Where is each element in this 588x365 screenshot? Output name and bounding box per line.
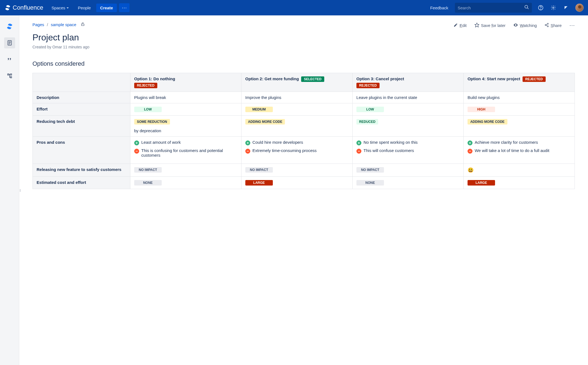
techdebt-badge: ADDING MORE CODE: [245, 119, 285, 125]
feedback-link[interactable]: Feedback: [426, 5, 453, 10]
techdebt-badge: REDUCED: [356, 119, 378, 125]
save-later-action[interactable]: Save for later: [474, 23, 505, 28]
user-avatar[interactable]: [575, 4, 584, 12]
cost-badge: LARGE: [245, 180, 273, 186]
table-corner: [33, 73, 130, 92]
search-box[interactable]: [455, 3, 532, 13]
notifications-icon[interactable]: [562, 4, 570, 12]
watching-action[interactable]: Watching: [513, 23, 537, 28]
sidebar-confluence-icon[interactable]: [4, 21, 15, 32]
confluence-icon: [4, 4, 11, 11]
nav-spaces[interactable]: Spaces: [48, 4, 72, 12]
svg-point-15: [545, 24, 546, 26]
impact-badge: NO IMPACT: [134, 167, 162, 173]
status-badge: SELECTED: [301, 76, 324, 82]
minus-icon: −: [356, 149, 361, 154]
page-title: Project plan: [32, 32, 575, 43]
options-table: Option 1: Do nothing REJECTED Option 2: …: [32, 73, 575, 189]
svg-line-17: [546, 24, 548, 25]
create-more-button[interactable]: ⋯: [119, 3, 130, 12]
effort-badge: MEDIUM: [245, 107, 273, 112]
option-2-header: Option 2: Get more funding SELECTED: [241, 73, 352, 92]
sidebar-pages-icon[interactable]: [4, 37, 15, 48]
cost-badge: NONE: [356, 180, 384, 186]
nav-people[interactable]: People: [75, 4, 94, 12]
techdebt-badge: SOME REDUCTION: [134, 119, 170, 125]
share-icon: [545, 23, 549, 28]
share-action[interactable]: Share: [545, 23, 562, 28]
svg-rect-10: [10, 74, 12, 75]
svg-rect-9: [7, 74, 9, 75]
effort-badge: HIGH: [468, 107, 495, 112]
row-proscons: Pros and cons +Least amount of work −Thi…: [33, 137, 575, 164]
pencil-icon: [454, 23, 458, 28]
product-name: Confluence: [13, 4, 43, 11]
edit-action[interactable]: Edit: [454, 23, 467, 28]
sidebar-quote-icon[interactable]: [4, 54, 15, 65]
techdebt-badge: ADDING MORE CODE: [468, 119, 507, 125]
option-1-header: Option 1: Do nothing REJECTED: [130, 73, 241, 92]
breadcrumb-space[interactable]: sample space: [51, 22, 76, 27]
impact-badge: NO IMPACT: [356, 167, 384, 173]
status-badge: REJECTED: [523, 76, 546, 82]
row-description: Description Plugins will break Improve t…: [33, 92, 575, 103]
confluence-logo[interactable]: Confluence: [4, 4, 46, 11]
search-input[interactable]: [458, 5, 524, 10]
cost-badge: LARGE: [468, 180, 495, 186]
row-cost: Estimated cost and effort NONE LARGE NON…: [33, 177, 575, 189]
svg-rect-11: [10, 77, 12, 78]
svg-rect-12: [82, 24, 84, 26]
svg-point-3: [541, 9, 541, 9]
breadcrumb-pages[interactable]: Pages: [32, 22, 44, 27]
plus-icon: +: [356, 140, 361, 145]
status-badge: REJECTED: [356, 83, 380, 88]
plus-icon: +: [468, 140, 472, 145]
star-icon: [474, 23, 479, 28]
restrictions-icon[interactable]: [81, 22, 85, 27]
top-nav: Confluence Spaces People Create ⋯ Feedba…: [0, 0, 588, 15]
effort-badge: LOW: [356, 107, 384, 112]
row-techdebt: Reducing tech debt SOME REDUCTION by dep…: [33, 116, 575, 137]
sidebar-resize-handle[interactable]: ||: [20, 189, 20, 192]
svg-point-4: [553, 7, 554, 9]
search-icon[interactable]: [524, 5, 529, 11]
breadcrumbs: Pages / sample space: [32, 22, 85, 27]
svg-point-0: [525, 5, 528, 8]
status-badge: REJECTED: [134, 83, 157, 88]
row-release: Releasing new feature to satisfy custome…: [33, 164, 575, 177]
help-icon[interactable]: [537, 4, 545, 12]
plus-icon: +: [245, 140, 250, 145]
more-actions[interactable]: ⋯: [569, 22, 575, 29]
minus-icon: −: [468, 149, 472, 154]
create-button[interactable]: Create: [96, 4, 117, 12]
breadcrumb-separator: /: [47, 22, 48, 27]
svg-line-1: [527, 8, 529, 9]
sidebar-tree-icon[interactable]: [4, 70, 15, 81]
minus-icon: −: [245, 149, 250, 154]
effort-badge: LOW: [134, 107, 162, 112]
impact-badge: NO IMPACT: [245, 167, 273, 173]
cost-badge: NONE: [134, 180, 162, 186]
page-byline: Created by Omar 11 minutes ago: [32, 45, 575, 49]
section-heading: Options considered: [32, 60, 575, 67]
svg-point-14: [547, 23, 548, 24]
settings-icon[interactable]: [549, 4, 557, 12]
row-effort: Effort LOW MEDIUM LOW HIGH: [33, 103, 575, 116]
svg-point-16: [547, 26, 548, 27]
plus-icon: +: [134, 140, 139, 145]
main-content: Pages / sample space Edit: [19, 15, 588, 365]
svg-line-18: [546, 25, 548, 26]
smile-emoji: 😃: [468, 167, 474, 173]
eye-icon: [513, 23, 518, 28]
option-3-header: Option 3: Cancel project REJECTED: [352, 73, 463, 92]
option-4-header: Option 4: Start new project REJECTED: [463, 73, 575, 92]
left-sidebar: ||: [0, 15, 19, 365]
chevron-down-icon: [66, 5, 69, 10]
page-actions: Edit Save for later Watching: [454, 22, 575, 29]
svg-marker-13: [475, 23, 479, 27]
minus-icon: −: [134, 149, 139, 154]
